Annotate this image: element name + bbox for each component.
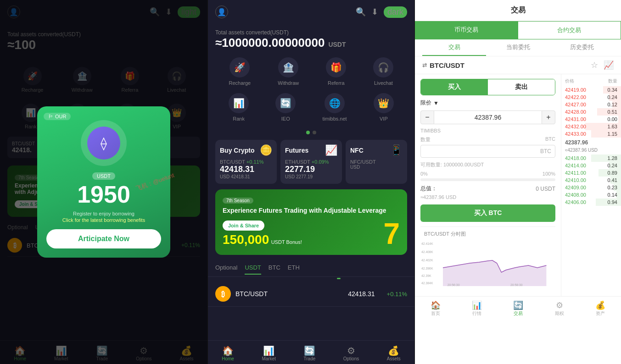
inner-circle: ⟠: [87, 127, 120, 160]
bid-price-3: 42411.00: [565, 170, 586, 176]
action-ieo-center[interactable]: 🔄IEO: [275, 93, 296, 121]
percent-right: 100%: [543, 171, 555, 176]
action-rank-center[interactable]: 📊Rank: [229, 93, 249, 121]
ob-mid-price: 42387.96: [561, 138, 621, 148]
season-badge-center: 7th Season: [223, 198, 253, 204]
buy-crypto-card[interactable]: Buy Crypto 🪙 BTC/USDT +0.11% 42418.31 US…: [215, 140, 277, 184]
modal-card: 🏳 OUR ⟠ USDT 1950 Register to enjoy borr…: [37, 106, 170, 257]
tab-spot[interactable]: 币币交易: [415, 21, 518, 39]
cta-button[interactable]: Articipate Now: [46, 229, 161, 248]
action-vip-center[interactable]: 👑VIP: [374, 93, 394, 121]
sub-tabs: 交易 当前委托 历史委托: [415, 39, 621, 56]
action-recharge-center[interactable]: 🚀Recharge: [229, 57, 251, 86]
tab-home-right[interactable]: 🏠首页: [431, 300, 441, 317]
svg-text:42.414K: 42.414K: [421, 242, 433, 245]
action-withdraw-center[interactable]: 🏦Withdraw: [278, 57, 299, 86]
search-icon-center[interactable]: 🔍: [356, 7, 366, 17]
tab-options-right[interactable]: ⚙期权: [555, 300, 564, 317]
tab-buy[interactable]: 买入: [421, 79, 488, 95]
svg-marker-6: [443, 260, 546, 286]
tab-optional-center[interactable]: Optional: [215, 264, 237, 275]
star-icon[interactable]: ☆: [591, 60, 598, 70]
dot-2: [313, 131, 316, 134]
plus-button[interactable]: +: [542, 110, 555, 124]
subtab-trade[interactable]: 交易: [422, 39, 486, 56]
tab-btc-center[interactable]: BTC: [269, 264, 280, 275]
download-icon-center[interactable]: ⬇: [371, 7, 378, 17]
qty-unit-display: BTC: [540, 148, 551, 154]
modal-benefit-link[interactable]: Click for the latest borrowing benefits: [46, 217, 161, 223]
coin-change-center: +0.11%: [387, 291, 407, 298]
minus-button[interactable]: −: [420, 110, 434, 124]
tab-futures[interactable]: 合约交易: [518, 21, 621, 39]
panel-left: 👤 🔍 ⬇ light Total assets converted(USDT)…: [0, 0, 207, 364]
svg-text:42.39K: 42.39K: [421, 274, 431, 277]
buy-crypto-price: 42418.31: [220, 165, 272, 174]
panel-center: 👤 🔍 ⬇ dark Total assets converted(USDT) …: [207, 0, 415, 364]
ob-qty-header: 数量: [608, 78, 617, 84]
ob-bid-row-1: 42418.001.28: [561, 154, 621, 162]
tab-assets-right[interactable]: 💰资产: [595, 300, 605, 317]
banner-left-side: Join & Share 150,000 USDT Bonus!: [223, 221, 302, 247]
right-bottom-tabs: 🏠首页 📊行情 🔄交易 ⚙期权 💰资产: [415, 296, 621, 319]
tab-home-center[interactable]: 🏠Home: [222, 345, 234, 361]
qty-input-row[interactable]: BTC: [420, 145, 555, 158]
tab-sell[interactable]: 卖出: [488, 79, 555, 95]
futures-name: Futures: [285, 147, 308, 154]
asset-section-center: Total assets converted(USDT) ≈1000000.00…: [208, 24, 414, 50]
right-icons-center: 🔍 ⬇ dark: [356, 6, 407, 18]
avatar-icon-center[interactable]: 👤: [215, 6, 228, 18]
dot-1: [306, 131, 310, 134]
tab-market-right[interactable]: 📊行情: [472, 300, 482, 317]
svg-text:20:58:30: 20:58:30: [510, 283, 523, 286]
nfc-card[interactable]: NFC 📱 NFC/USDT USD: [346, 140, 407, 184]
tab-assets-center[interactable]: 💰Assets: [387, 345, 401, 361]
usdt-info: ≈42387.96 USD: [420, 194, 555, 200]
amount-big-center: 150,000: [223, 232, 269, 247]
chart-icon[interactable]: 📈: [604, 60, 614, 70]
action-livechat-center[interactable]: 🎧Livechat: [373, 57, 393, 86]
pair-text: BTC/USDT: [430, 61, 464, 69]
modal-overlay[interactable]: 🏳 OUR ⟠ USDT 1950 Register to enjoy borr…: [0, 0, 207, 364]
mode-toggle-center[interactable]: dark: [384, 6, 407, 18]
pair-row: ⇄ BTC/USDT ☆ 📈: [415, 56, 621, 74]
tab-market-center[interactable]: 📊Market: [262, 345, 276, 361]
dropdown-arrow-icon: ▼: [433, 100, 439, 106]
bid-price-4: 42410.00: [565, 177, 586, 183]
banner-center[interactable]: 7th Season Experience Futures Trading wi…: [215, 189, 407, 255]
futures-card[interactable]: Futures 📈 ETH/USDT +0.09% 2277.19 USD 22…: [280, 140, 342, 184]
slider-container[interactable]: [420, 178, 555, 181]
price-input[interactable]: [434, 110, 542, 124]
tab-eth-center[interactable]: ETH: [288, 264, 300, 275]
total-assets-label-center: Total assets converted(USDT): [215, 29, 407, 36]
svg-text:42.402K: 42.402K: [421, 259, 433, 262]
banner-title-center: Experience Futures Trading with Adjustab…: [223, 206, 400, 215]
tab-trade-right[interactable]: 🔄交易: [513, 300, 523, 317]
tab-usdt-center[interactable]: USDT: [245, 264, 261, 275]
tab-options-center[interactable]: ⚙Options: [343, 345, 359, 361]
nfc-usd: USD: [350, 165, 403, 170]
order-type-label[interactable]: 限价: [420, 99, 431, 107]
ob-ask-row-2: 42422.000.24: [561, 94, 621, 101]
list-item-btc-center[interactable]: ₿ BTC/USDT 42418.31 +0.11%: [208, 281, 414, 307]
subtab-current[interactable]: 当前委托: [486, 39, 550, 56]
coin-price-center: 42418.31: [348, 290, 375, 298]
bonus-text-center: USDT Bonus!: [271, 239, 302, 245]
subtab-history[interactable]: 历史委托: [550, 39, 614, 56]
join-btn-center[interactable]: Join & Share: [223, 221, 264, 231]
ob-bid-row-7: 42406.000.94: [561, 199, 621, 206]
banner-bottom-center: Join & Share 150,000 USDT Bonus! 7: [223, 219, 400, 248]
action-referra-center[interactable]: 🎁Referra: [326, 57, 346, 86]
buy-crypto-header: Buy Crypto 🪙: [220, 144, 272, 156]
ask-price-1: 42419.00: [565, 87, 586, 93]
timibbs-label: TIMIBBS: [420, 128, 555, 133]
nfc-name: NFC: [350, 147, 364, 154]
ob-ask-row-6: 42432.001.63: [561, 123, 621, 130]
futures-pair: ETH/USDT +0.09%: [285, 159, 337, 165]
buy-button[interactable]: 买入 BTC: [420, 204, 555, 222]
tab-trade-center[interactable]: 🔄Trade: [304, 345, 316, 361]
action-timibbs-center[interactable]: 🌐timibbs.net: [322, 93, 347, 121]
modal-amount: 1950: [46, 182, 161, 208]
order-type-row: 限价 ▼: [420, 99, 555, 107]
main-content: 买入 卖出 限价 ▼ − + TIMIBBS 数量 BTC BTC 可用数量: …: [415, 74, 621, 296]
